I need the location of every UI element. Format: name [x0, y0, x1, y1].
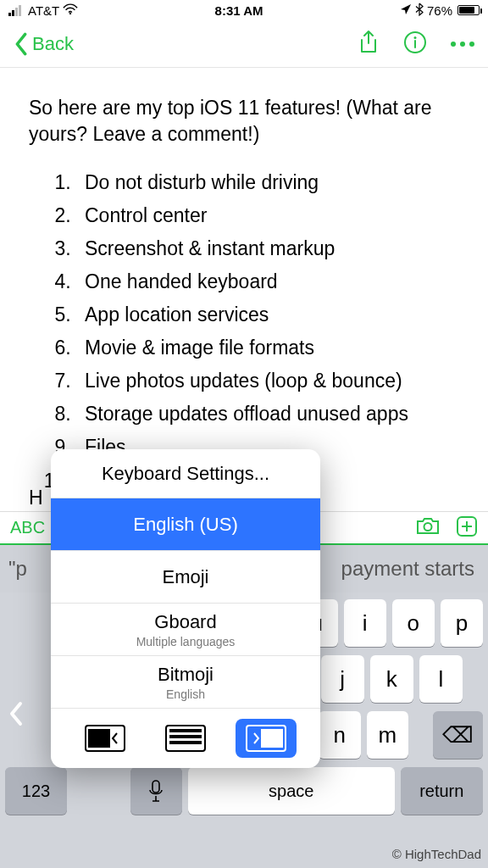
- mic-key[interactable]: [130, 767, 182, 815]
- bluetooth-icon: [415, 3, 424, 19]
- key-i[interactable]: i: [344, 599, 386, 647]
- keyboard-settings-item[interactable]: Keyboard Settings...: [51, 449, 320, 498]
- svg-rect-13: [261, 729, 283, 748]
- key-k[interactable]: k: [370, 655, 413, 703]
- key-n[interactable]: n: [319, 711, 360, 759]
- keyboard-option-bitmoji[interactable]: Bitmoji English: [51, 656, 320, 709]
- list-item: Do not disturb while driving: [76, 166, 459, 199]
- list-item: Storage updates offload unused apps: [76, 398, 459, 431]
- keyboard-option-english[interactable]: English (US): [51, 498, 320, 551]
- svg-point-2: [414, 36, 417, 39]
- nav-bar: Back: [0, 20, 488, 68]
- list-item: Screenshot & instant markup: [76, 232, 459, 265]
- suggestion-right[interactable]: payment starts: [341, 557, 480, 581]
- back-label: Back: [32, 33, 74, 55]
- numbers-key[interactable]: 123: [5, 767, 67, 815]
- list-item: Live photos updates (loop & bounce): [76, 364, 459, 398]
- add-icon[interactable]: [456, 515, 478, 541]
- camera-icon[interactable]: [415, 515, 441, 541]
- svg-point-0: [69, 12, 71, 14]
- keyboard-option-gboard[interactable]: Gboard Multiple languages: [51, 604, 320, 656]
- keyboard-switcher-popup: Keyboard Settings... English (US) Emoji …: [51, 449, 320, 768]
- backspace-key[interactable]: ⌫: [433, 711, 483, 759]
- wifi-icon: [63, 3, 78, 18]
- status-bar: AT&T 8:31 AM 76%: [0, 0, 488, 20]
- document-content[interactable]: So here are my top iOS 11 features! (Wha…: [0, 68, 488, 498]
- svg-rect-7: [88, 729, 110, 748]
- tab-abc[interactable]: ABC: [10, 518, 45, 537]
- svg-rect-11: [169, 741, 202, 744]
- partial-line: H: [29, 487, 43, 509]
- share-icon[interactable]: [358, 30, 380, 58]
- signal-icon: [8, 5, 21, 16]
- intro-text: So here are my top iOS 11 features! (Wha…: [29, 95, 459, 147]
- carrier-label: AT&T: [28, 3, 59, 18]
- battery-pct: 76%: [427, 3, 452, 18]
- key-m[interactable]: m: [367, 711, 408, 759]
- key-j[interactable]: j: [321, 655, 364, 703]
- space-key[interactable]: space: [188, 767, 395, 815]
- keyboard-option-emoji[interactable]: Emoji: [51, 551, 320, 604]
- key-o[interactable]: o: [392, 599, 435, 647]
- watermark: © HighTechDad: [392, 847, 481, 861]
- key-l[interactable]: l: [419, 655, 463, 703]
- svg-rect-9: [169, 729, 202, 732]
- list-item: Movie & image file formats: [76, 331, 459, 364]
- globe-key[interactable]: [73, 767, 125, 815]
- back-button[interactable]: Back: [14, 32, 74, 56]
- one-handed-right-icon[interactable]: [236, 719, 297, 758]
- battery-icon: [456, 5, 480, 15]
- suggestion-left[interactable]: "p: [8, 557, 27, 581]
- svg-rect-10: [169, 735, 202, 738]
- one-handed-mode-row: [51, 709, 320, 768]
- svg-rect-5: [152, 781, 159, 793]
- list-item: App location services: [76, 298, 459, 331]
- location-icon: [400, 3, 412, 18]
- key-p[interactable]: p: [441, 599, 483, 647]
- one-handed-left-icon[interactable]: [75, 719, 136, 758]
- feature-list: Do not disturb while driving Control cen…: [29, 166, 459, 497]
- svg-point-3: [424, 523, 432, 531]
- keyboard-expand-chevron[interactable]: [7, 695, 25, 736]
- clock: 8:31 AM: [215, 3, 263, 18]
- return-key[interactable]: return: [401, 767, 483, 815]
- list-item: One handed keyboard: [76, 265, 459, 298]
- one-handed-full-icon[interactable]: [155, 719, 216, 758]
- more-icon[interactable]: [451, 42, 474, 47]
- list-item: Control center: [76, 199, 459, 232]
- info-icon[interactable]: [403, 31, 427, 58]
